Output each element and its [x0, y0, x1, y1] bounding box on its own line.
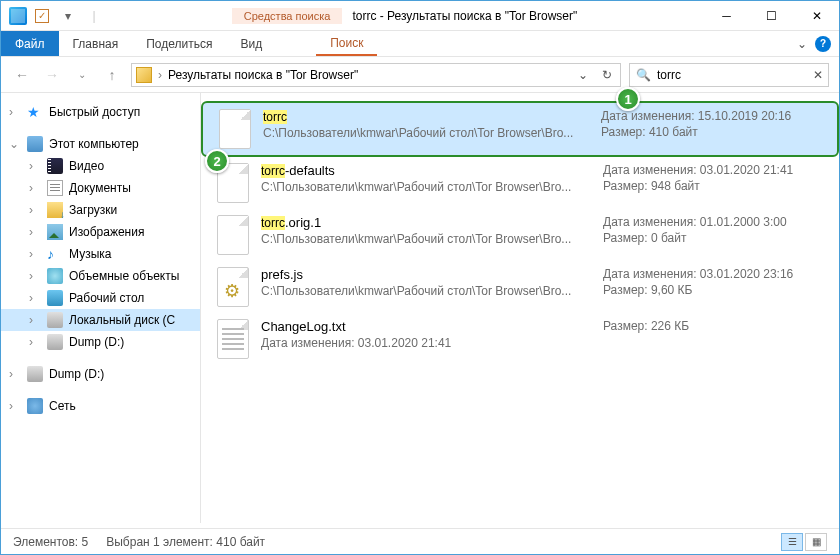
breadcrumb-text[interactable]: Результаты поиска в "Tor Browser" [168, 68, 568, 82]
result-path: С:\Пользователи\kmwar\Рабочий стол\Tor B… [261, 232, 591, 246]
sidebar-label: Dump (D:) [49, 367, 104, 381]
up-button[interactable]: ↑ [101, 64, 123, 86]
tab-search[interactable]: Поиск [316, 31, 377, 56]
sidebar-downloads[interactable]: Загрузки [1, 199, 200, 221]
qat-checkbox[interactable]: ✓ [31, 5, 53, 27]
sidebar-3d-objects[interactable]: Объемные объекты [1, 265, 200, 287]
drive-icon [27, 366, 43, 382]
video-icon [47, 158, 63, 174]
annotation-badge-1: 1 [616, 87, 640, 111]
navigation-pane[interactable]: ★Быстрый доступ Этот компьютер Видео Док… [1, 93, 201, 523]
sidebar-documents[interactable]: Документы [1, 177, 200, 199]
app-icon [9, 7, 27, 25]
ribbon-expand-icon[interactable]: ⌄ [797, 37, 807, 51]
address-dropdown-icon[interactable]: ⌄ [574, 68, 592, 82]
annotation-badge-2: 2 [205, 149, 229, 173]
result-metadata: Дата изменения: 01.01.2000 3:00Размер: 0… [603, 215, 823, 247]
sidebar-dump-d[interactable]: Dump (D:) [1, 331, 200, 353]
search-input[interactable] [657, 68, 807, 82]
file-icon [219, 109, 251, 149]
sidebar-label: Локальный диск (С [69, 313, 175, 327]
sidebar-label: Музыка [69, 247, 111, 261]
qat-separator: | [83, 5, 105, 27]
drive-icon [47, 334, 63, 350]
help-icon[interactable]: ? [815, 36, 831, 52]
navigation-bar: ← → ⌄ ↑ › Результаты поиска в "Tor Brows… [1, 57, 839, 93]
close-button[interactable]: ✕ [794, 1, 839, 31]
pc-icon [27, 136, 43, 152]
result-row[interactable]: ChangeLog.txtДата изменения: 03.01.2020 … [201, 313, 839, 365]
file-icon [217, 267, 249, 307]
sidebar-this-pc[interactable]: Этот компьютер [1, 133, 200, 155]
result-metadata: Дата изменения: 15.10.2019 20:16Размер: … [601, 109, 821, 141]
sidebar-dump-d-2[interactable]: Dump (D:) [1, 363, 200, 385]
sidebar-label: Загрузки [69, 203, 117, 217]
search-icon: 🔍 [636, 68, 651, 82]
window-title: torrc - Результаты поиска в "Tor Browser… [352, 9, 577, 23]
result-row[interactable]: torrc-defaultsС:\Пользователи\kmwar\Рабо… [201, 157, 839, 209]
address-bar[interactable]: › Результаты поиска в "Tor Browser" ⌄ ↻ [131, 63, 621, 87]
result-filename: prefs.js [261, 267, 591, 282]
tab-share[interactable]: Поделиться [132, 31, 226, 56]
sidebar-pictures[interactable]: Изображения [1, 221, 200, 243]
sidebar-quick-access[interactable]: ★Быстрый доступ [1, 101, 200, 123]
result-row[interactable]: torrcС:\Пользователи\kmwar\Рабочий стол\… [201, 101, 839, 157]
search-tools-contextual-tab: Средства поиска [232, 8, 343, 24]
result-metadata: Дата изменения: 03.01.2020 21:41Размер: … [603, 163, 823, 195]
view-thumbnails-button[interactable]: ▦ [805, 533, 827, 551]
status-item-count: Элементов: 5 [13, 535, 88, 549]
minimize-button[interactable]: ─ [704, 1, 749, 31]
3d-icon [47, 268, 63, 284]
search-box[interactable]: 🔍 ✕ [629, 63, 829, 87]
sidebar-label: Сеть [49, 399, 76, 413]
status-bar: Элементов: 5 Выбран 1 элемент: 410 байт … [1, 528, 839, 554]
result-row[interactable]: torrc.orig.1С:\Пользователи\kmwar\Рабочи… [201, 209, 839, 261]
forward-button[interactable]: → [41, 64, 63, 86]
result-metadata: Размер: 226 КБ [603, 319, 823, 335]
recent-dropdown[interactable]: ⌄ [71, 64, 93, 86]
result-filename: torrc.orig.1 [261, 215, 591, 230]
file-icon [217, 319, 249, 359]
tab-home[interactable]: Главная [59, 31, 133, 56]
refresh-icon[interactable]: ↻ [598, 68, 616, 82]
ribbon-tabs: Файл Главная Поделиться Вид Поиск ⌄ ? [1, 31, 839, 57]
sidebar-label: Рабочий стол [69, 291, 144, 305]
result-metadata: Дата изменения: 03.01.2020 23:16Размер: … [603, 267, 823, 299]
maximize-button[interactable]: ☐ [749, 1, 794, 31]
result-path: С:\Пользователи\kmwar\Рабочий стол\Tor B… [263, 126, 589, 140]
sidebar-label: Документы [69, 181, 131, 195]
download-icon [47, 202, 63, 218]
folder-icon [136, 67, 152, 83]
sidebar-label: Изображения [69, 225, 144, 239]
desktop-icon [47, 290, 63, 306]
breadcrumb-chevron[interactable]: › [158, 68, 162, 82]
sidebar-local-disk-c[interactable]: Локальный диск (С [1, 309, 200, 331]
sidebar-music[interactable]: ♪Музыка [1, 243, 200, 265]
drive-icon [47, 312, 63, 328]
view-details-button[interactable]: ☰ [781, 533, 803, 551]
sidebar-label: Этот компьютер [49, 137, 139, 151]
clear-search-icon[interactable]: ✕ [813, 68, 823, 82]
tab-view[interactable]: Вид [226, 31, 276, 56]
document-icon [47, 180, 63, 196]
sidebar-label: Dump (D:) [69, 335, 124, 349]
file-icon [217, 215, 249, 255]
sidebar-label: Видео [69, 159, 104, 173]
star-icon: ★ [27, 104, 43, 120]
sidebar-videos[interactable]: Видео [1, 155, 200, 177]
result-filename: torrc [263, 109, 589, 124]
result-path: С:\Пользователи\kmwar\Рабочий стол\Tor B… [261, 284, 591, 298]
result-path: С:\Пользователи\kmwar\Рабочий стол\Tor B… [261, 180, 591, 194]
status-selection: Выбран 1 элемент: 410 байт [106, 535, 265, 549]
sidebar-desktop[interactable]: Рабочий стол [1, 287, 200, 309]
sidebar-network[interactable]: Сеть [1, 395, 200, 417]
tab-file[interactable]: Файл [1, 31, 59, 56]
sidebar-label: Быстрый доступ [49, 105, 140, 119]
back-button[interactable]: ← [11, 64, 33, 86]
titlebar: ✓ ▾ | Средства поиска torrc - Результаты… [1, 1, 839, 31]
result-row[interactable]: prefs.jsС:\Пользователи\kmwar\Рабочий ст… [201, 261, 839, 313]
results-pane[interactable]: torrcС:\Пользователи\kmwar\Рабочий стол\… [201, 93, 839, 523]
qat-dropdown[interactable]: ▾ [57, 5, 79, 27]
result-filename: torrc-defaults [261, 163, 591, 178]
result-path: Дата изменения: 03.01.2020 21:41 [261, 336, 591, 350]
